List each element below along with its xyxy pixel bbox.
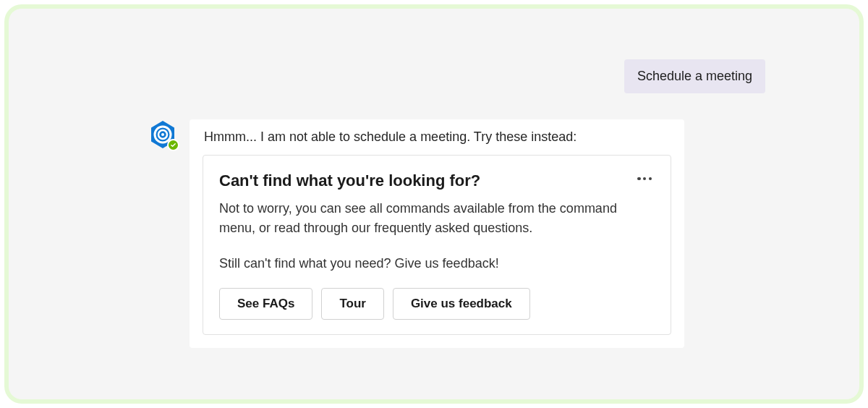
help-card: Can't find what you're looking for? Not … bbox=[203, 155, 671, 335]
button-row: See FAQs Tour Give us feedback bbox=[219, 288, 655, 320]
bot-message-row: Hmmm... I am not able to schedule a meet… bbox=[59, 119, 809, 348]
presence-available-icon bbox=[167, 139, 179, 151]
bot-intro-text: Hmmm... I am not able to schedule a meet… bbox=[203, 129, 671, 145]
outer-frame: Schedule a meeting Hmmm... I am not a bbox=[4, 4, 864, 404]
user-message-text: Schedule a meeting bbox=[637, 69, 752, 83]
user-message-row: Schedule a meeting bbox=[59, 59, 809, 93]
bot-message-bubble: Hmmm... I am not able to schedule a meet… bbox=[190, 119, 684, 348]
help-card-body: Not to worry, you can see all commands a… bbox=[219, 199, 655, 238]
more-options-icon[interactable] bbox=[634, 174, 655, 183]
chat-area: Schedule a meeting Hmmm... I am not a bbox=[9, 9, 859, 399]
see-faqs-button[interactable]: See FAQs bbox=[219, 288, 312, 320]
bot-avatar[interactable] bbox=[148, 119, 178, 150]
user-message-bubble[interactable]: Schedule a meeting bbox=[624, 59, 765, 93]
tour-button[interactable]: Tour bbox=[321, 288, 384, 320]
help-card-header: Can't find what you're looking for? bbox=[219, 171, 655, 190]
help-card-title: Can't find what you're looking for? bbox=[219, 171, 480, 190]
svg-point-3 bbox=[161, 133, 164, 136]
give-feedback-button[interactable]: Give us feedback bbox=[393, 288, 530, 320]
help-card-feedback: Still can't find what you need? Give us … bbox=[219, 254, 655, 273]
